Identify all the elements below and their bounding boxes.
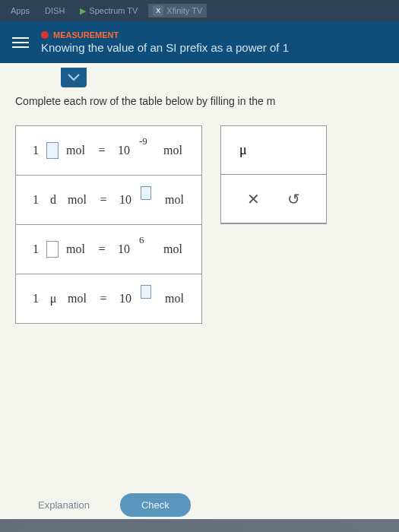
exponent-input[interactable]: [141, 186, 151, 200]
expand-button[interactable]: [61, 68, 87, 87]
instruction-text: Complete each row of the table below by …: [15, 95, 384, 107]
table-row: 1 d mol = 10 mol: [16, 176, 201, 225]
table-row: 1 μ mol = 10 mol: [16, 274, 201, 323]
prefix-input[interactable]: [46, 142, 59, 159]
table-row: 1 mol = 10 -9 mol: [16, 126, 201, 176]
page-title: Knowing the value of an SI prefix as a p…: [41, 41, 387, 54]
table-row: 1 mol = 10 6 mol: [16, 225, 201, 274]
explanation-button[interactable]: Explanation: [38, 499, 90, 511]
bookmark-dish[interactable]: DISH: [40, 5, 69, 17]
bookmark-xfinity[interactable]: X Xfinity TV: [148, 4, 207, 17]
clear-button[interactable]: ✕: [247, 190, 260, 208]
header-text: MEASUREMENT Knowing the value of an SI p…: [41, 30, 387, 54]
browser-bookmarks-bar: Apps DISH ▶ Spectrum TV X Xfinity TV: [0, 0, 399, 21]
bottom-actions: Explanation Check: [38, 493, 191, 517]
mu-symbol-button[interactable]: μ: [221, 126, 326, 175]
exponent-input[interactable]: [141, 285, 151, 299]
check-button[interactable]: Check: [120, 493, 191, 517]
content-area: Complete each row of the table below by …: [0, 63, 399, 519]
bookmark-spectrum[interactable]: ▶ Spectrum TV: [75, 5, 142, 17]
bookmark-apps[interactable]: Apps: [6, 5, 34, 17]
problem-table: 1 mol = 10 -9 mol 1 d mol = 10 mol 1: [15, 125, 202, 324]
menu-icon[interactable]: [12, 37, 29, 48]
reset-button[interactable]: ↺: [287, 190, 300, 208]
chevron-down-icon: [68, 74, 80, 81]
work-area: 1 mol = 10 -9 mol 1 d mol = 10 mol 1: [15, 125, 384, 324]
category-label: MEASUREMENT: [41, 30, 387, 40]
toolbox-panel: μ ✕ ↺: [220, 125, 327, 224]
app-header: MEASUREMENT Knowing the value of an SI p…: [0, 21, 399, 63]
prefix-input[interactable]: [46, 241, 59, 258]
close-icon: X: [153, 5, 163, 16]
